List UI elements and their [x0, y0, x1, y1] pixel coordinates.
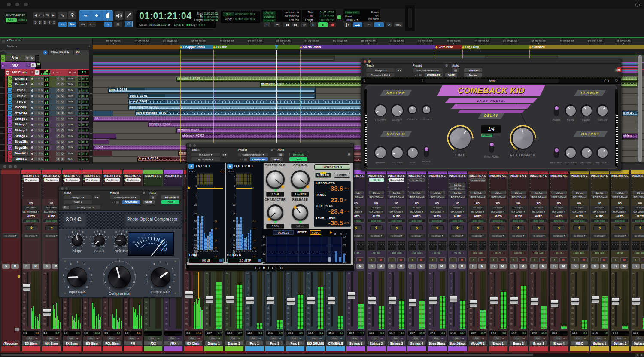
svg-text:1: 1: [166, 241, 167, 243]
svg-text:7: 7: [144, 234, 145, 236]
svg-text:3: 3: [154, 234, 155, 236]
svg-text:10: 10: [138, 237, 140, 239]
svg-text:2: 2: [161, 236, 162, 238]
svg-text:5: 5: [149, 233, 150, 235]
svg-text:20: 20: [133, 241, 135, 243]
svg-text:VU: VU: [160, 247, 167, 252]
